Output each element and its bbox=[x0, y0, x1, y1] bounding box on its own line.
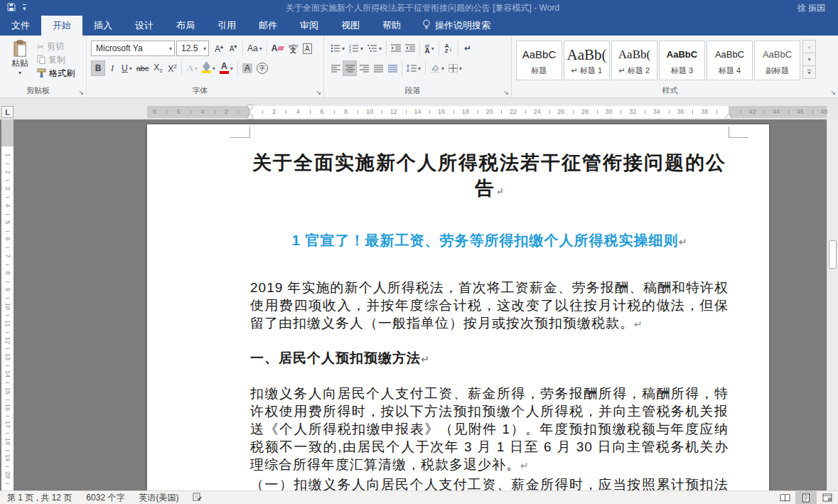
shrink-font-button[interactable]: A▾ bbox=[226, 41, 240, 56]
tab-mailings[interactable]: 邮件 bbox=[247, 16, 289, 36]
character-border-button[interactable]: A bbox=[300, 41, 314, 56]
distribute-button[interactable] bbox=[385, 60, 399, 76]
print-layout-button[interactable] bbox=[795, 491, 817, 504]
vertical-scrollbar[interactable] bbox=[827, 119, 838, 490]
para-intro[interactable]: 2019 年实施的新个人所得税法，首次将工资薪金、劳务报酬、稿酬和特许权使用费四… bbox=[250, 279, 729, 334]
style-card-subtitle[interactable]: AaBbC副标题 bbox=[754, 41, 800, 80]
underline-button[interactable]: U▾ bbox=[119, 60, 134, 76]
enclose-characters-button[interactable]: 字 bbox=[254, 60, 270, 76]
numbering-button[interactable]: 123 ▾ bbox=[347, 41, 365, 56]
styles-dialog-launcher-icon[interactable]: ↘ bbox=[830, 89, 836, 96]
gallery-scroll-down-icon[interactable]: ▾ bbox=[802, 53, 816, 66]
first-line-indent-marker[interactable] bbox=[247, 105, 254, 110]
justify-button[interactable] bbox=[371, 60, 385, 76]
web-layout-button[interactable] bbox=[817, 491, 838, 504]
clipboard-dialog-launcher-icon[interactable]: ↘ bbox=[78, 89, 84, 96]
account-user-name[interactable]: 徐 振国 bbox=[738, 2, 838, 14]
tab-references[interactable]: 引用 bbox=[206, 16, 247, 36]
text-effects-button[interactable]: A▾ bbox=[184, 60, 199, 76]
tab-design[interactable]: 设计 bbox=[124, 16, 165, 36]
tell-me-search[interactable]: 操作说明搜索 bbox=[412, 16, 500, 36]
borders-button[interactable]: ▾ bbox=[446, 60, 464, 76]
v-ruler-tick bbox=[6, 466, 9, 467]
ruler-tick bbox=[453, 110, 454, 114]
grow-font-button[interactable]: A▴ bbox=[212, 41, 226, 56]
change-case-button[interactable]: Aa▾ bbox=[245, 41, 264, 56]
phonetic-guide-button[interactable]: wén文 bbox=[286, 41, 300, 56]
gallery-more-icon[interactable]: ▾ bbox=[802, 65, 816, 79]
para-method[interactable]: 扣缴义务人向居民个人支付工资、薪金所得，劳务报酬所得，稿酬所得，特许权使用费所得… bbox=[250, 385, 729, 476]
page-content[interactable]: 关于全面实施新个人所得税法若干征管衔接问题的公告↵1 官宣了！最新工资、劳务等所… bbox=[250, 150, 729, 490]
tab-help[interactable]: 帮助 bbox=[371, 16, 412, 36]
bullets-button[interactable]: ▾ bbox=[328, 41, 347, 56]
paint-bucket-icon bbox=[430, 64, 440, 73]
tab-stop-selector[interactable]: L bbox=[1, 106, 14, 118]
save-icon[interactable] bbox=[7, 3, 16, 14]
tab-layout[interactable]: 布局 bbox=[165, 16, 206, 36]
style-card-heading3[interactable]: AaBbC标题 3 bbox=[659, 41, 705, 80]
ruler-tick bbox=[334, 110, 335, 114]
font-color-button[interactable]: A ▾ bbox=[217, 60, 235, 76]
paste-button[interactable]: 粘贴 ▾ bbox=[4, 40, 36, 85]
tab-review[interactable]: 审阅 bbox=[289, 16, 330, 36]
document-page[interactable]: 关于全面实施新个人所得税法若干征管衔接问题的公告↵1 官宣了！最新工资、劳务等所… bbox=[147, 124, 769, 490]
customize-quick-access-icon[interactable]: ▾ bbox=[23, 4, 26, 11]
font-size-combo[interactable]: 12.5 ▾ bbox=[176, 41, 209, 56]
ruler-tick bbox=[358, 110, 358, 114]
clear-formatting-button[interactable]: A bbox=[269, 41, 286, 56]
superscript-button[interactable]: X2 bbox=[165, 60, 179, 76]
copy-button[interactable]: 复制 bbox=[37, 53, 75, 67]
style-card-title[interactable]: AaBbC标题 bbox=[516, 41, 562, 80]
hanging-indent-marker[interactable] bbox=[247, 114, 254, 119]
doc-title[interactable]: 关于全面实施新个人所得税法若干征管衔接问题的公告↵ bbox=[250, 150, 729, 205]
sort-button[interactable]: AZ ↓ bbox=[441, 41, 456, 56]
bold-button[interactable]: B bbox=[91, 60, 105, 76]
doc-subtitle[interactable]: 1 官宣了！最新工资、劳务等所得扣缴个人所得税实操细则↵ bbox=[250, 231, 729, 251]
align-right-button[interactable] bbox=[357, 60, 371, 76]
tab-view[interactable]: 视图 bbox=[330, 16, 371, 36]
paragraph-dialog-launcher-icon[interactable]: ↘ bbox=[503, 89, 509, 96]
increase-indent-button[interactable] bbox=[403, 41, 417, 56]
read-mode-button[interactable] bbox=[774, 491, 795, 504]
italic-button[interactable]: I bbox=[105, 60, 119, 76]
language-indicator[interactable]: 英语(美国) bbox=[131, 492, 186, 504]
multilevel-list-button[interactable]: ▾ bbox=[365, 41, 384, 56]
proofing-status-icon[interactable] bbox=[186, 493, 209, 503]
right-indent-marker[interactable] bbox=[725, 114, 732, 119]
gallery-scroll-up-icon[interactable]: ▴ bbox=[802, 40, 816, 53]
cut-button[interactable]: ✂ 剪切 bbox=[37, 40, 75, 53]
word-count[interactable]: 6032 个字 bbox=[79, 492, 131, 504]
subscript-button[interactable]: X2 bbox=[151, 60, 165, 76]
highlight-color-button[interactable]: ▾ bbox=[200, 60, 217, 76]
line-spacing-button[interactable]: ▾ bbox=[404, 60, 423, 76]
strikethrough-button[interactable]: abc bbox=[134, 60, 151, 76]
para-item1[interactable]: （一）扣缴义务人向居民个人支付工资、薪金所得时，应当按照累计预扣法计算预扣税款，… bbox=[250, 476, 729, 490]
lightbulb-icon bbox=[422, 19, 431, 32]
ruler-tick bbox=[812, 110, 813, 114]
asian-layout-button[interactable]: ⇄ A ▾ bbox=[422, 41, 436, 56]
tab-insert[interactable]: 插入 bbox=[82, 16, 124, 36]
format-painter-button[interactable]: 格式刷 bbox=[37, 67, 75, 80]
tab-home[interactable]: 开始 bbox=[41, 16, 82, 36]
page-indicator[interactable]: 第 1 页 , 共 12 页 bbox=[0, 492, 79, 504]
align-center-button[interactable] bbox=[343, 60, 357, 76]
style-card-heading4[interactable]: AaBbC标题 4 bbox=[707, 41, 753, 80]
v-ruler-number: 19 bbox=[4, 452, 11, 464]
style-card-heading2[interactable]: AaBb(↵ 标题 2 bbox=[611, 41, 657, 80]
decrease-indent-button[interactable] bbox=[389, 41, 403, 56]
scrollbar-thumb[interactable] bbox=[829, 240, 837, 269]
font-dialog-launcher-icon[interactable]: ↘ bbox=[316, 89, 321, 96]
style-card-heading1[interactable]: AaBb(↵ 标题 1 bbox=[564, 41, 610, 80]
horizontal-ruler[interactable]: 8642246810121416182022242628303234363842… bbox=[147, 106, 827, 118]
show-hide-marks-button[interactable]: ↵ bbox=[461, 41, 475, 56]
font-name-combo[interactable]: Microsoft Ya ▾ bbox=[91, 41, 175, 56]
vertical-ruler[interactable]: 1234567891011121314151617181920 bbox=[1, 119, 14, 490]
tab-file[interactable]: 文件 bbox=[0, 16, 41, 36]
heading-1[interactable]: 一、居民个人预扣预缴方法↵ bbox=[250, 349, 729, 368]
align-left-button[interactable] bbox=[328, 60, 343, 76]
shading-button[interactable]: ▾ bbox=[428, 60, 446, 76]
v-ruler-number: 14 bbox=[4, 368, 11, 380]
ruler-number: 38 bbox=[701, 108, 708, 115]
v-ruler-tick bbox=[6, 400, 9, 400]
character-shading-button[interactable]: A bbox=[240, 60, 254, 76]
